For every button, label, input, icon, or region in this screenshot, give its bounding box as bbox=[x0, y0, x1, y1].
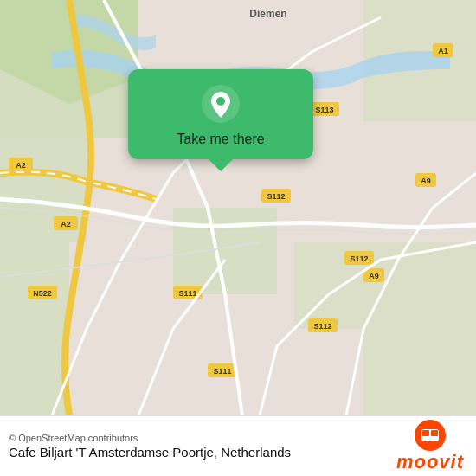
svg-rect-39 bbox=[431, 430, 438, 436]
map-area: A2 S113 S112 S112 S111 S111 S112 N522 A1… bbox=[0, 0, 476, 415]
svg-text:S112: S112 bbox=[313, 322, 331, 331]
moovit-text: moovit bbox=[396, 451, 464, 473]
svg-point-35 bbox=[216, 97, 225, 106]
svg-rect-38 bbox=[422, 430, 429, 436]
take-me-there-popup[interactable]: Take me there bbox=[128, 69, 313, 159]
svg-text:A9: A9 bbox=[369, 272, 379, 280]
location-name: Cafe Biljart 'T Amsterdamse Poortje, Net… bbox=[9, 445, 291, 460]
svg-text:A2: A2 bbox=[16, 161, 26, 170]
location-info: © OpenStreetMap contributors Cafe Biljar… bbox=[9, 433, 291, 460]
svg-text:S112: S112 bbox=[350, 254, 368, 263]
bottom-left-info: © OpenStreetMap contributors Cafe Biljar… bbox=[9, 433, 291, 460]
svg-text:A2: A2 bbox=[61, 220, 71, 228]
svg-text:S112: S112 bbox=[267, 192, 285, 201]
map-svg: A2 S113 S112 S112 S111 S111 S112 N522 A1… bbox=[0, 0, 476, 415]
bottom-bar: © OpenStreetMap contributors Cafe Biljar… bbox=[0, 415, 476, 476]
svg-point-41 bbox=[434, 441, 437, 444]
svg-text:S111: S111 bbox=[178, 289, 196, 298]
popup-label: Take me there bbox=[177, 132, 264, 147]
moovit-bus-icon bbox=[415, 420, 446, 451]
moovit-logo-area: moovit bbox=[396, 420, 464, 473]
moovit-logo: moovit bbox=[396, 420, 464, 473]
svg-text:S111: S111 bbox=[213, 367, 231, 376]
svg-text:Diemen: Diemen bbox=[249, 8, 286, 20]
svg-rect-4 bbox=[173, 208, 277, 294]
copyright-text: © OpenStreetMap contributors bbox=[9, 433, 291, 443]
svg-rect-5 bbox=[0, 242, 69, 415]
svg-point-40 bbox=[423, 441, 427, 444]
svg-text:A1: A1 bbox=[438, 47, 448, 55]
svg-text:N522: N522 bbox=[33, 289, 52, 298]
svg-text:S113: S113 bbox=[315, 106, 333, 114]
svg-text:A9: A9 bbox=[421, 177, 431, 185]
location-pin-icon bbox=[202, 85, 240, 123]
